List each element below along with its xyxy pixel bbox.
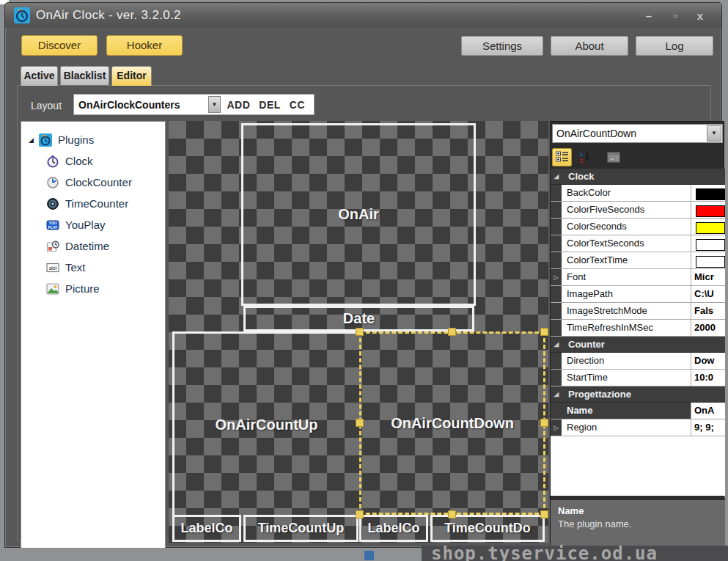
resize-handle-top-left[interactable]	[356, 328, 364, 336]
property-pages-icon	[607, 152, 620, 163]
watermark-blue-square	[364, 551, 374, 560]
plugin-selector-dropdown-icon[interactable]: ▼	[707, 125, 721, 142]
tree-node-text[interactable]: abl Text	[46, 257, 165, 278]
minimize-button[interactable]: –	[639, 9, 658, 23]
categorized-view-button[interactable]	[552, 148, 572, 166]
discover-button[interactable]: Discover	[21, 35, 98, 56]
property-row-direction[interactable]: Direction Dow	[551, 353, 725, 370]
tab-blacklist[interactable]: Blacklist	[60, 66, 109, 86]
tree-node-label[interactable]: Text	[65, 261, 86, 274]
tree-node-label[interactable]: Picture	[65, 282, 100, 295]
tree-expand-icon[interactable]: ◢	[29, 136, 39, 144]
canvas-region-countdown-selected[interactable]: OnAirCountDown	[359, 331, 545, 515]
collapse-icon[interactable]: ◢	[551, 341, 562, 348]
layout-combobox-dropdown-icon[interactable]: ▼	[208, 96, 221, 113]
color-swatch[interactable]	[696, 239, 725, 251]
property-row-colortextseconds[interactable]: ColorTextSeconds	[551, 235, 725, 252]
row-margin	[551, 403, 562, 419]
property-category-clock[interactable]: ◢ Clock	[551, 169, 725, 185]
canvas-region-timecountup[interactable]: TimeCountUp	[243, 515, 359, 542]
window-title: OnAir Clock - ver. 3.2.0.2	[36, 8, 181, 23]
canvas-region-onair[interactable]: OnAir	[241, 123, 476, 306]
app-window: OnAir Clock - ver. 3.2.0.2 – ▫ x Discove…	[4, 2, 722, 548]
title-bar[interactable]: OnAir Clock - ver. 3.2.0.2 – ▫ x	[5, 3, 721, 28]
canvas-region-labelcountup[interactable]: LabelCo	[172, 515, 241, 542]
svg-text:abl: abl	[49, 265, 57, 271]
expand-icon[interactable]: ▷	[551, 269, 562, 285]
resize-handle-top-right[interactable]	[540, 328, 548, 336]
hooker-button[interactable]: Hooker	[106, 35, 183, 56]
maximize-button[interactable]: ▫	[666, 9, 685, 23]
property-row-region[interactable]: ▷ Region 9; 9;	[551, 419, 725, 436]
youplay-icon: YOU PLAY	[46, 219, 59, 232]
resize-handle-bottom-left[interactable]	[356, 510, 364, 518]
color-swatch[interactable]	[696, 222, 725, 234]
property-category-counter[interactable]: ◢ Counter	[551, 337, 725, 353]
plugin-selector-combobox[interactable]: OnAirCountDown ▼	[552, 124, 723, 143]
row-margin	[551, 235, 562, 252]
property-row-imagepath[interactable]: ImagePath C:\U	[551, 286, 725, 303]
tree-node-picture[interactable]: Picture	[46, 278, 165, 299]
row-margin	[551, 219, 562, 235]
resize-handle-bottom-right[interactable]	[540, 510, 548, 518]
tree-node-datetime[interactable]: Datetime	[46, 235, 165, 257]
tab-editor[interactable]: Editor	[111, 66, 152, 86]
svg-text:PLAY: PLAY	[48, 224, 59, 229]
property-row-colortexttime[interactable]: ColorTextTime	[551, 252, 725, 269]
color-swatch[interactable]	[696, 256, 725, 268]
tab-active[interactable]: Active	[21, 66, 58, 86]
tree-node-label[interactable]: TimeCounter	[65, 197, 128, 210]
property-row-backcolor[interactable]: BackColor	[551, 185, 725, 202]
tree-node-label[interactable]: Clock	[65, 155, 93, 167]
plugin-tree: ◢ Plugins Clock	[21, 121, 166, 549]
canvas-region-timecountdown[interactable]: TimeCountDo	[430, 515, 545, 542]
property-row-font[interactable]: ▷ Font Micr	[551, 269, 725, 286]
resize-handle-bottom-mid[interactable]	[448, 510, 456, 518]
time-counter-icon	[46, 197, 59, 210]
tree-node-plugins[interactable]: ◢ Plugins	[29, 129, 165, 150]
tree-node-clockcounter[interactable]: ClockCounter	[46, 172, 165, 193]
alphabetical-sort-button[interactable]: A Z	[574, 148, 594, 166]
property-row-starttime[interactable]: StartTime 10:0	[551, 370, 725, 386]
layout-cc-button[interactable]: CC	[290, 99, 305, 111]
canvas-region-labelcountdown[interactable]: LabelCo	[359, 515, 428, 542]
row-margin	[551, 320, 562, 336]
collapse-icon[interactable]: ◢	[551, 173, 562, 180]
color-swatch[interactable]	[696, 188, 725, 200]
property-row-name-selected[interactable]: Name OnA	[551, 403, 725, 419]
close-button[interactable]: x	[691, 9, 710, 23]
plugin-selector-value[interactable]: OnAirCountDown	[553, 128, 707, 139]
layout-combobox-value[interactable]: OnAirClockCounters	[74, 99, 208, 111]
log-button[interactable]: Log	[636, 36, 713, 56]
tree-node-label[interactable]: Datetime	[65, 240, 109, 252]
expand-icon[interactable]: ▷	[551, 419, 562, 436]
clock-counter-icon	[46, 176, 59, 189]
property-row-imagestretchmode[interactable]: ImageStretchMode Fals	[551, 303, 725, 320]
layout-combobox[interactable]: OnAirClockCounters ▼ ADD DEL CC	[73, 94, 315, 115]
tree-node-timecounter[interactable]: TimeCounter	[46, 193, 165, 214]
property-row-colorfiveseconds[interactable]: ColorFiveSeconds	[551, 202, 725, 219]
color-swatch[interactable]	[696, 205, 725, 217]
resize-handle-top-mid[interactable]	[448, 328, 456, 336]
property-category-progettazione[interactable]: ◢ Progettazione	[551, 386, 725, 403]
property-grid: ◢ Clock BackColor ColorFiveSeconds Color…	[551, 169, 725, 496]
tree-node-youplay[interactable]: YOU PLAY YouPlay	[46, 214, 165, 235]
tree-node-label[interactable]: ClockCounter	[65, 176, 132, 188]
resize-handle-mid-left[interactable]	[356, 419, 364, 427]
tree-node-label[interactable]: Plugins	[58, 133, 94, 146]
property-description-text: The plugin name.	[558, 518, 718, 529]
resize-handle-mid-right[interactable]	[540, 419, 548, 427]
canvas-region-countup[interactable]: OnAirCountUp	[172, 331, 359, 542]
property-row-colorseconds[interactable]: ColorSeconds	[551, 219, 725, 235]
tree-node-clock[interactable]: Clock	[46, 150, 165, 172]
tree-node-label[interactable]: YouPlay	[65, 219, 106, 231]
stopwatch-icon	[46, 155, 59, 168]
layout-del-button[interactable]: DEL	[259, 99, 281, 111]
property-pages-button[interactable]	[603, 148, 623, 166]
about-button[interactable]: About	[551, 36, 628, 56]
property-row-timerefreshinmsec[interactable]: TimeRefreshInMSec 2000	[551, 320, 725, 337]
design-canvas[interactable]: OnAir Date OnAirCountUp OnAirCountDown L…	[169, 121, 548, 543]
settings-button[interactable]: Settings	[461, 36, 543, 56]
layout-add-button[interactable]: ADD	[227, 99, 250, 111]
collapse-icon[interactable]: ◢	[551, 391, 562, 397]
